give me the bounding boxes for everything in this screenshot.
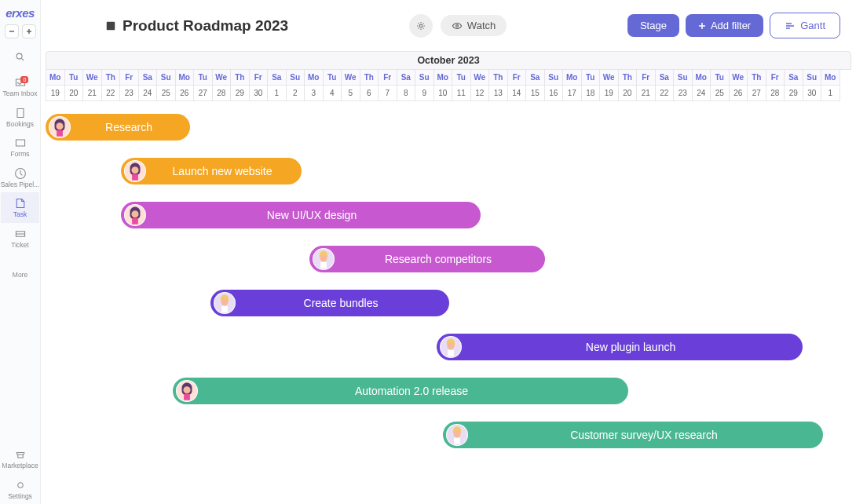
nav-label: Ticket <box>11 242 28 249</box>
zoom-out-button[interactable] <box>5 24 19 38</box>
date-cell: 17 <box>562 86 582 101</box>
sidebar-item-forms[interactable]: Forms <box>1 132 40 163</box>
brand-logo: erxes <box>5 0 35 24</box>
date-cell: 13 <box>488 86 508 101</box>
nav-icon <box>14 228 27 240</box>
date-cell: 19 <box>46 86 65 101</box>
gantt-chart: ResearchLaunch new websiteNew UI/UX desi… <box>46 114 851 491</box>
date-cell: 9 <box>415 86 434 101</box>
board-icon <box>105 20 116 31</box>
task-bar[interactable]: Launch new website <box>121 158 302 184</box>
avatar <box>124 160 146 182</box>
task-bar[interactable]: Customer survey/UX research <box>443 422 823 448</box>
date-cell: 25 <box>156 86 176 101</box>
weekday-cell: Tu <box>64 70 84 86</box>
task-label: Research <box>79 121 179 133</box>
svg-point-31 <box>183 386 190 393</box>
task-bar[interactable]: New UI/UX design <box>121 202 481 228</box>
date-cell: 1 <box>821 86 840 101</box>
sidebar-item-team-inbox[interactable]: Team Inbox0 <box>1 71 40 102</box>
calendar-header: October 2023 MoTuWeThFrSaSuMoTuWeThFrSaS… <box>46 51 851 101</box>
date-cell: 8 <box>397 86 416 101</box>
date-cell: 27 <box>747 86 766 101</box>
avatar <box>440 336 462 358</box>
date-cell: 29 <box>784 86 803 101</box>
date-cell: 11 <box>452 86 471 101</box>
date-cell: 1 <box>267 86 287 101</box>
svg-rect-29 <box>448 350 454 356</box>
weekday-cell: Mo <box>304 70 324 86</box>
sidebar-item-settings[interactable]: Settings <box>2 474 38 505</box>
weekday-cell: Fr <box>378 70 397 86</box>
svg-rect-17 <box>132 174 138 181</box>
task-bar[interactable]: Create bundles <box>210 290 449 316</box>
nav-icon <box>14 137 27 149</box>
search-icon[interactable] <box>0 46 40 71</box>
sidebar-item-ticket[interactable]: Ticket <box>1 223 40 254</box>
nav-icon <box>14 448 27 461</box>
date-cell: 6 <box>360 86 379 101</box>
sidebar-item-sales-pipel-[interactable]: Sales Pipel... <box>1 163 40 193</box>
weekday-cell: Su <box>156 70 176 86</box>
stage-button[interactable]: Stage <box>627 14 679 37</box>
gantt-icon <box>785 20 796 31</box>
header: Product Roadmap 2023 Watch Stage Add fil… <box>41 0 856 48</box>
sidebar-item-marketplace[interactable]: Marketplace <box>2 444 38 474</box>
date-cell: 24 <box>692 86 712 101</box>
nav-label: Task <box>13 211 27 218</box>
task-label: Launch new website <box>154 165 291 177</box>
zoom-in-button[interactable] <box>22 24 36 38</box>
date-cell: 16 <box>544 86 564 101</box>
date-cell: 4 <box>323 86 342 101</box>
nav-label: Marketplace <box>2 462 38 469</box>
plus-icon <box>698 22 706 30</box>
weekday-cell: Mo <box>433 70 453 86</box>
task-bar[interactable]: Automation 2.0 release <box>173 378 628 404</box>
date-cell: 19 <box>599 86 619 101</box>
nav-icon <box>14 197 27 210</box>
date-cell: 28 <box>212 86 232 101</box>
svg-point-6 <box>455 24 458 27</box>
task-label: Automation 2.0 release <box>206 385 617 397</box>
weekday-row: MoTuWeThFrSaSuMoTuWeThFrSaSuMoTuWeThFrSa… <box>46 70 851 86</box>
date-cell: 29 <box>230 86 250 101</box>
task-bar[interactable]: New plugin launch <box>437 334 803 360</box>
weekday-cell: Sa <box>784 70 803 86</box>
weekday-cell: Fr <box>507 70 527 86</box>
nav-label: More <box>13 272 27 279</box>
nav-label: Settings <box>8 493 32 500</box>
action-buttons: Stage Add filter Gantt <box>627 13 840 38</box>
date-cell: 10 <box>433 86 453 101</box>
weekday-cell: Fr <box>636 70 656 86</box>
sidebar-item-more[interactable]: More <box>1 253 40 283</box>
task-label: Research competitors <box>342 253 534 265</box>
weekday-cell: Sa <box>138 70 158 86</box>
avatar <box>313 248 335 270</box>
main-content: Product Roadmap 2023 Watch Stage Add fil… <box>41 0 856 504</box>
avatar <box>176 380 198 402</box>
weekday-cell: Su <box>803 70 822 86</box>
date-row: 1920212223242526272829301234567891011121… <box>46 86 851 101</box>
date-cell: 26 <box>729 86 748 101</box>
date-cell: 23 <box>119 86 139 101</box>
weekday-cell: Fr <box>766 70 785 86</box>
date-cell: 22 <box>101 86 121 101</box>
sidebar-item-task[interactable]: Task <box>1 192 40 223</box>
date-cell: 14 <box>507 86 527 101</box>
task-bar[interactable]: Research competitors <box>309 246 545 272</box>
task-bar[interactable]: Research <box>46 114 190 141</box>
sidebar-item-bookings[interactable]: Bookings <box>1 102 40 133</box>
weekday-cell: Mo <box>562 70 582 86</box>
gantt-view-button[interactable]: Gantt <box>770 13 840 38</box>
nav-label: Sales Pipel... <box>1 181 40 188</box>
weekday-cell: We <box>599 70 619 86</box>
add-filter-button[interactable]: Add filter <box>686 14 763 37</box>
watch-button[interactable]: Watch <box>441 15 507 36</box>
svg-line-4 <box>21 58 24 60</box>
settings-button[interactable] <box>409 14 433 38</box>
date-cell: 25 <box>710 86 730 101</box>
svg-point-16 <box>131 166 138 173</box>
svg-point-3 <box>16 53 22 59</box>
weekday-cell: Fr <box>119 70 139 86</box>
zoom-controls <box>5 24 36 38</box>
